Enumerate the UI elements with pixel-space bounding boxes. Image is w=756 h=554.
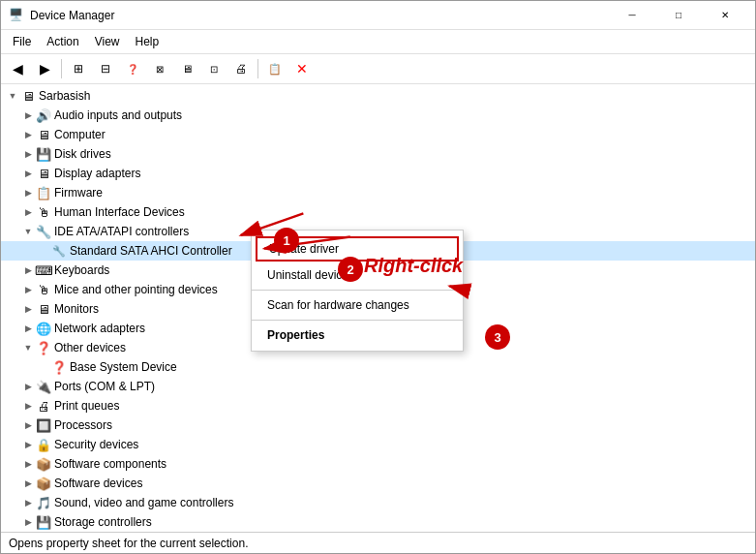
sound-label: Sound, video and game controllers <box>54 496 233 509</box>
annotation-1-label: 1 <box>283 233 289 248</box>
toolbar: ◀ ▶ ⊞ ⊟ ❓ ⊠ 🖥 ⊡ 🖨 📋 ✕ <box>1 54 755 84</box>
tree-item-software-dev[interactable]: ▶ 📦 Software devices <box>1 474 755 493</box>
storage-expand[interactable]: ▶ <box>20 514 36 530</box>
display-expand[interactable]: ▶ <box>20 166 36 181</box>
ctx-separator-2 <box>252 320 463 321</box>
tree-item-storage[interactable]: ▶ 💾 Storage controllers <box>1 512 755 532</box>
back-button[interactable]: ◀ <box>5 57 30 80</box>
firmware-label: Firmware <box>54 186 103 200</box>
toolbar-btn-5[interactable]: 🖥 <box>174 57 199 80</box>
keyboards-label: Keyboards <box>54 263 109 277</box>
menu-bar: File Action View Help <box>1 30 755 54</box>
annotation-1: 1 <box>274 228 299 253</box>
mice-icon: 🖱 <box>36 282 51 297</box>
software-comp-icon: 📦 <box>36 456 51 472</box>
maximize-button[interactable]: □ <box>656 1 701 30</box>
forward-button[interactable]: ▶ <box>32 57 57 80</box>
ide-expand[interactable]: ▼ <box>20 224 36 239</box>
toolbar-btn-4[interactable]: ⊠ <box>147 57 172 80</box>
sound-expand[interactable]: ▶ <box>20 495 36 510</box>
tree-item-hid[interactable]: ▶ 🖱 Human Interface Devices <box>1 202 755 222</box>
device-tree[interactable]: ▼ 🖥 Sarbasish ▶ 🔊 Audio inputs and outpu… <box>1 84 755 532</box>
hid-expand[interactable]: ▶ <box>20 204 36 220</box>
sata-expand <box>36 243 51 259</box>
security-icon: 🔒 <box>36 437 51 452</box>
network-expand[interactable]: ▶ <box>20 321 36 336</box>
tree-item-software-comp[interactable]: ▶ 📦 Software components <box>1 454 755 474</box>
menu-help[interactable]: Help <box>128 32 167 51</box>
tree-root[interactable]: ▼ 🖥 Sarbasish <box>1 86 755 106</box>
tree-item-processors[interactable]: ▶ 🔲 Processors <box>1 416 755 435</box>
sound-icon: 🎵 <box>36 495 51 510</box>
toolbar-btn-6[interactable]: ⊡ <box>201 57 227 80</box>
monitors-icon: 🖥 <box>36 301 51 317</box>
ports-icon: 🔌 <box>36 379 51 394</box>
tree-item-sound[interactable]: ▶ 🎵 Sound, video and game controllers <box>1 493 755 512</box>
display-label: Display adapters <box>54 167 140 180</box>
toolbar-separator-1 <box>61 59 62 78</box>
software-comp-expand[interactable]: ▶ <box>20 456 36 472</box>
toolbar-delete-btn[interactable]: ✕ <box>289 57 315 80</box>
other-expand[interactable]: ▼ <box>20 340 36 355</box>
print-icon: 🖨 <box>36 398 51 414</box>
processors-expand[interactable]: ▶ <box>20 417 36 433</box>
firmware-expand[interactable]: ▶ <box>20 185 36 200</box>
title-controls: ─ □ ✕ <box>610 1 747 30</box>
firmware-icon: 📋 <box>36 185 51 200</box>
menu-view[interactable]: View <box>87 32 128 51</box>
toolbar-btn-1[interactable]: ⊞ <box>66 57 91 80</box>
sata-icon: 🔧 <box>51 243 67 259</box>
ctx-properties[interactable]: Properties <box>252 323 463 347</box>
ide-label: IDE ATA/ATAPI controllers <box>54 225 189 238</box>
menu-file[interactable]: File <box>5 32 39 51</box>
base-label: Base System Device <box>70 360 177 374</box>
ports-expand[interactable]: ▶ <box>20 379 36 394</box>
annotation-2: 2 <box>338 257 363 282</box>
tree-item-disk[interactable]: ▶ 💾 Disk drives <box>1 144 755 164</box>
tree-item-computer[interactable]: ▶ 🖥 Computer <box>1 125 755 144</box>
root-label: Sarbasish <box>39 89 90 103</box>
monitors-expand[interactable]: ▶ <box>20 301 36 317</box>
keyboards-icon: ⌨ <box>36 262 51 278</box>
tree-item-firmware[interactable]: ▶ 📋 Firmware <box>1 183 755 202</box>
window-icon: 🖥️ <box>9 8 24 23</box>
toolbar-btn-7[interactable]: 🖨 <box>228 57 254 80</box>
title-bar: 🖥️ Device Manager ─ □ ✕ <box>1 1 755 30</box>
ctx-scan[interactable]: Scan for hardware changes <box>252 293 463 317</box>
tree-item-audio[interactable]: ▶ 🔊 Audio inputs and outputs <box>1 106 755 125</box>
audio-label: Audio inputs and outputs <box>54 108 182 122</box>
annotation-3-label: 3 <box>494 330 500 345</box>
toolbar-separator-2 <box>257 59 258 78</box>
tree-item-ports[interactable]: ▶ 🔌 Ports (COM & LPT) <box>1 377 755 396</box>
toolbar-btn-2[interactable]: ⊟ <box>93 57 118 80</box>
tree-item-display[interactable]: ▶ 🖥 Display adapters <box>1 164 755 183</box>
ctx-scan-label: Scan for hardware changes <box>267 298 409 312</box>
menu-action[interactable]: Action <box>39 32 86 51</box>
print-expand[interactable]: ▶ <box>20 398 36 414</box>
software-dev-expand[interactable]: ▶ <box>20 476 36 491</box>
close-button[interactable]: ✕ <box>703 1 747 30</box>
computer-expand[interactable]: ▶ <box>20 127 36 142</box>
window-title: Device Manager <box>30 9 114 22</box>
tree-item-print[interactable]: ▶ 🖨 Print queues <box>1 396 755 416</box>
device-manager-window: 🖥️ Device Manager ─ □ ✕ File Action View… <box>0 0 756 554</box>
audio-expand[interactable]: ▶ <box>20 108 36 123</box>
status-bar: Opens property sheet for the current sel… <box>1 532 755 553</box>
audio-icon: 🔊 <box>36 108 51 123</box>
network-label: Network adapters <box>54 322 145 335</box>
security-expand[interactable]: ▶ <box>20 437 36 452</box>
disk-expand[interactable]: ▶ <box>20 146 36 162</box>
tree-item-base[interactable]: ❓ Base System Device <box>1 357 755 377</box>
title-left: 🖥️ Device Manager <box>9 8 114 23</box>
toolbar-properties-btn[interactable]: 📋 <box>262 57 287 80</box>
mice-expand[interactable]: ▶ <box>20 282 36 297</box>
root-expand[interactable]: ▼ <box>5 88 20 104</box>
software-dev-icon: 📦 <box>36 476 51 491</box>
minimize-button[interactable]: ─ <box>610 1 654 30</box>
network-icon: 🌐 <box>36 321 51 336</box>
base-icon: ❓ <box>51 359 67 375</box>
tree-item-security[interactable]: ▶ 🔒 Security devices <box>1 435 755 454</box>
toolbar-btn-3[interactable]: ❓ <box>120 57 145 80</box>
software-comp-label: Software components <box>54 457 166 471</box>
ports-label: Ports (COM & LPT) <box>54 380 155 393</box>
